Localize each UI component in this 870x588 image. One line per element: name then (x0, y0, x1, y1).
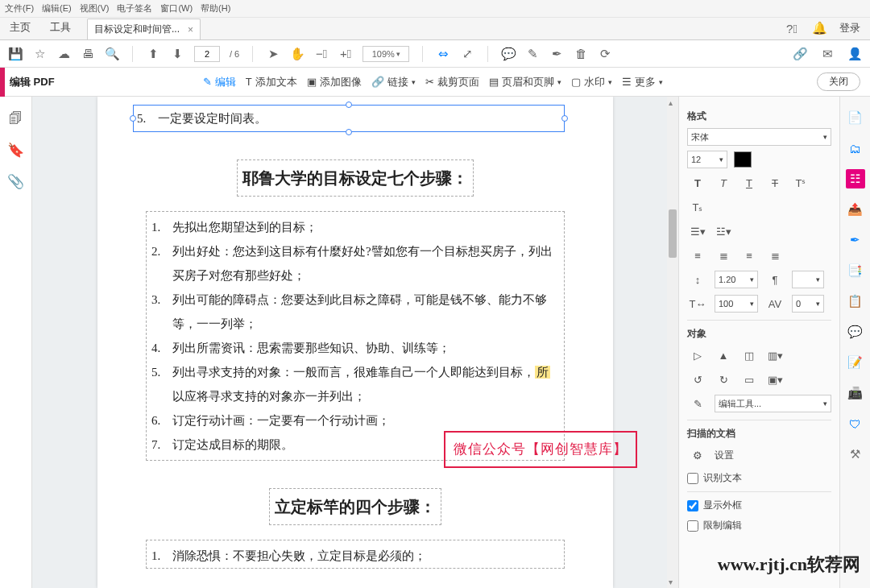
menu-window[interactable]: 窗口(W) (160, 2, 193, 14)
flip-vertical-button[interactable]: ▲ (713, 346, 734, 365)
list-2-block[interactable]: 1.消除恐惧：不要担心失败，立定目标是必须的； (146, 540, 565, 569)
login-button[interactable]: 登录 (839, 21, 860, 35)
line-spacing-select[interactable]: 1.20▾ (715, 271, 758, 288)
header-footer-button[interactable]: ▤ 页眉和页脚▾ (489, 75, 561, 89)
print-icon[interactable]: 🖶 (81, 47, 95, 61)
page-up-icon[interactable]: ⬆ (146, 47, 160, 61)
fill-sign-icon[interactable]: 📝 (846, 353, 865, 372)
scroll-up-icon[interactable]: ▴ (669, 98, 673, 107)
selection-handle-top[interactable] (346, 101, 352, 108)
flip-horizontal-button[interactable]: ▷ (687, 346, 708, 365)
char-scale-select[interactable]: 100▾ (715, 295, 758, 313)
font-color-swatch[interactable] (734, 151, 752, 168)
tab-home[interactable]: 主页 (0, 15, 40, 39)
hand-icon[interactable]: ✋ (290, 47, 304, 61)
heading-1-text[interactable]: 耶鲁大学的目标设定七个步骤： (237, 159, 474, 197)
comment-rail-icon[interactable]: 💬 (846, 322, 865, 342)
tab-close-icon[interactable]: × (188, 24, 193, 35)
menu-esign[interactable]: 电子签名 (117, 2, 152, 14)
crop-object-button[interactable]: ◫ (739, 346, 760, 365)
tab-document[interactable]: 目标设定和时间管... × (87, 19, 201, 39)
tab-tools[interactable]: 工具 (40, 15, 81, 39)
zoom-in-icon[interactable]: +⃝ (338, 47, 353, 61)
attachment-panel-icon[interactable]: 📎 (7, 173, 24, 190)
comment-icon[interactable]: 💬 (501, 47, 516, 61)
bell-icon[interactable]: 🔔 (812, 21, 826, 35)
close-tool-button[interactable]: 关闭 (817, 72, 860, 91)
selection-handle-left[interactable] (130, 115, 136, 122)
list-1-block[interactable]: 1.先拟出您期望达到的目标； 2.列出好处：您达到这目标有什麼好处?譬如您有一个… (146, 211, 565, 461)
export-pdf-icon[interactable]: 📤 (846, 200, 865, 219)
italic-button[interactable]: T (713, 173, 734, 193)
settings-row[interactable]: ⚙ 设置 (687, 445, 831, 465)
menu-edit[interactable]: 编辑(E) (42, 2, 72, 14)
protect-pdf-icon[interactable]: 🛡 (846, 414, 865, 433)
menu-file[interactable]: 文件(F) (5, 2, 34, 14)
rotate-right-button[interactable]: ↻ (713, 370, 734, 389)
page-down-icon[interactable]: ⬇ (170, 47, 184, 61)
arrange-button[interactable]: ▭ (739, 370, 760, 389)
bookmark-panel-icon[interactable]: 🔖 (7, 142, 24, 159)
selection-handle-right[interactable] (561, 115, 568, 122)
scroll-down-icon[interactable]: ▾ (669, 578, 673, 586)
bullet-list-button[interactable]: ☰▾ (687, 222, 708, 241)
menu-help[interactable]: 帮助(H) (201, 2, 230, 14)
superscript-button[interactable]: Tˢ (790, 173, 811, 193)
font-family-select[interactable]: 宋体▾ (687, 128, 831, 146)
edit-pdf-rail-icon[interactable]: ☷ (846, 169, 865, 188)
scan-ocr-icon[interactable]: 📠 (846, 383, 865, 403)
rotate-icon[interactable]: ⟳ (598, 47, 612, 61)
fit-width-icon[interactable]: ⇔ (436, 47, 450, 61)
page-number-input[interactable] (194, 46, 220, 62)
help-icon[interactable]: ?⃝ (785, 21, 799, 35)
char-spacing-select[interactable]: 0▾ (792, 295, 824, 313)
group-button[interactable]: ▣▾ (764, 370, 785, 389)
bold-button[interactable]: T (687, 173, 708, 193)
watermark-button[interactable]: ▢ 水印▾ (571, 75, 612, 89)
pages-panel-icon[interactable]: 🗐 (9, 111, 23, 127)
send-comment-icon[interactable]: 📋 (846, 292, 865, 311)
save-icon[interactable]: 💾 (8, 47, 23, 61)
highlight-icon[interactable]: ✎ (525, 47, 540, 61)
align-right-button[interactable]: ≡ (739, 246, 760, 265)
star-icon[interactable]: ☆ (32, 47, 47, 61)
fit-page-icon[interactable]: ⤢ (460, 47, 474, 61)
link-button[interactable]: 🔗 链接▾ (371, 75, 416, 89)
organize-pages-icon[interactable]: 📑 (846, 261, 865, 280)
restrict-edit-checkbox[interactable] (687, 520, 698, 532)
create-pdf-icon[interactable]: 📄 (846, 108, 865, 127)
sign-rail-icon[interactable]: ✒ (846, 230, 865, 250)
zoom-out-icon[interactable]: −⃝ (314, 47, 329, 61)
crop-button[interactable]: ✂ 裁剪页面 (425, 75, 479, 89)
profile-icon[interactable]: 👤 (847, 47, 862, 61)
share-icon[interactable]: 🔗 (793, 47, 807, 61)
numbered-list-button[interactable]: ☳▾ (713, 222, 734, 241)
selected-text-frame[interactable]: 5.一定要设定时间表。 (133, 105, 565, 132)
align-left-button[interactable]: ≡ (687, 246, 708, 265)
scroll-thumb[interactable] (669, 209, 677, 258)
menu-view[interactable]: 视图(V) (80, 2, 110, 14)
vertical-scrollbar[interactable]: ▴ ▾ (667, 97, 678, 588)
add-text-button[interactable]: T 添加文本 (246, 75, 297, 89)
cloud-upload-icon[interactable]: ☁ (56, 47, 71, 61)
document-viewport[interactable]: 5.一定要设定时间表。 耶鲁大学的目标设定七个步骤： 1.先拟出您期望达到的目标… (32, 97, 678, 588)
add-image-button[interactable]: ▣ 添加图像 (307, 75, 362, 89)
font-size-select[interactable]: 12▾ (687, 151, 727, 168)
align-justify-button[interactable]: ≣ (764, 246, 785, 265)
combine-pdf-icon[interactable]: 🗂 (846, 139, 865, 158)
zoom-select[interactable]: 109%▾ (362, 46, 409, 62)
pointer-icon[interactable]: ➤ (266, 47, 280, 61)
rotate-left-button[interactable]: ↺ (687, 370, 708, 389)
sign-icon[interactable]: ✒ (549, 47, 564, 61)
edit-button[interactable]: ✎ 编辑 (203, 75, 236, 89)
strikethrough-button[interactable]: T (764, 173, 785, 193)
delete-icon[interactable]: 🗑 (574, 47, 588, 61)
underline-button[interactable]: T (739, 173, 760, 193)
mail-icon[interactable]: ✉ (820, 47, 835, 61)
subscript-button[interactable]: Tₛ (687, 197, 708, 217)
selection-handle-bottom[interactable] (346, 129, 352, 135)
more-tools-icon[interactable]: ⚒ (846, 445, 865, 464)
search-icon[interactable]: 🔍 (105, 47, 119, 61)
recognize-text-checkbox[interactable] (687, 473, 698, 484)
more-button[interactable]: ☰ 更多▾ (622, 75, 663, 89)
